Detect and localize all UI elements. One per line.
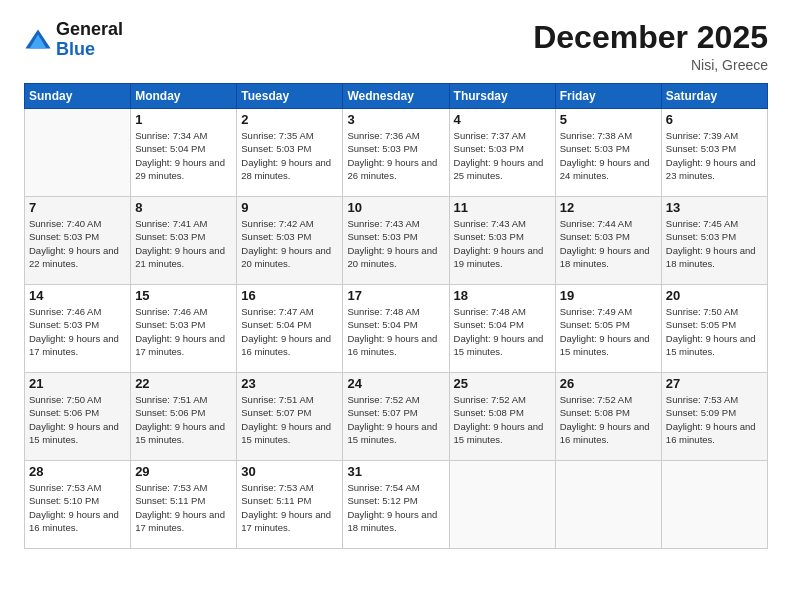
day-number: 18 xyxy=(454,288,551,303)
calendar-cell: 29 Sunrise: 7:53 AMSunset: 5:11 PMDaylig… xyxy=(131,461,237,549)
weekday-header: Monday xyxy=(131,84,237,109)
month-title: December 2025 xyxy=(533,20,768,55)
day-number: 20 xyxy=(666,288,763,303)
day-info: Sunrise: 7:54 AMSunset: 5:12 PMDaylight:… xyxy=(347,482,437,533)
day-info: Sunrise: 7:40 AMSunset: 5:03 PMDaylight:… xyxy=(29,218,119,269)
day-info: Sunrise: 7:52 AMSunset: 5:08 PMDaylight:… xyxy=(560,394,650,445)
day-number: 28 xyxy=(29,464,126,479)
calendar-cell: 6 Sunrise: 7:39 AMSunset: 5:03 PMDayligh… xyxy=(661,109,767,197)
calendar-cell: 18 Sunrise: 7:48 AMSunset: 5:04 PMDaylig… xyxy=(449,285,555,373)
day-info: Sunrise: 7:42 AMSunset: 5:03 PMDaylight:… xyxy=(241,218,331,269)
weekday-header: Tuesday xyxy=(237,84,343,109)
weekday-header: Saturday xyxy=(661,84,767,109)
day-number: 7 xyxy=(29,200,126,215)
calendar-cell: 13 Sunrise: 7:45 AMSunset: 5:03 PMDaylig… xyxy=(661,197,767,285)
day-info: Sunrise: 7:44 AMSunset: 5:03 PMDaylight:… xyxy=(560,218,650,269)
day-number: 17 xyxy=(347,288,444,303)
calendar-week-row: 1 Sunrise: 7:34 AMSunset: 5:04 PMDayligh… xyxy=(25,109,768,197)
day-info: Sunrise: 7:53 AMSunset: 5:10 PMDaylight:… xyxy=(29,482,119,533)
weekday-header: Wednesday xyxy=(343,84,449,109)
day-info: Sunrise: 7:47 AMSunset: 5:04 PMDaylight:… xyxy=(241,306,331,357)
day-info: Sunrise: 7:51 AMSunset: 5:06 PMDaylight:… xyxy=(135,394,225,445)
day-info: Sunrise: 7:36 AMSunset: 5:03 PMDaylight:… xyxy=(347,130,437,181)
day-info: Sunrise: 7:35 AMSunset: 5:03 PMDaylight:… xyxy=(241,130,331,181)
day-number: 27 xyxy=(666,376,763,391)
calendar-cell: 4 Sunrise: 7:37 AMSunset: 5:03 PMDayligh… xyxy=(449,109,555,197)
day-info: Sunrise: 7:52 AMSunset: 5:08 PMDaylight:… xyxy=(454,394,544,445)
calendar-week-row: 14 Sunrise: 7:46 AMSunset: 5:03 PMDaylig… xyxy=(25,285,768,373)
logo-text: General Blue xyxy=(56,20,123,60)
day-number: 13 xyxy=(666,200,763,215)
day-info: Sunrise: 7:37 AMSunset: 5:03 PMDaylight:… xyxy=(454,130,544,181)
day-info: Sunrise: 7:34 AMSunset: 5:04 PMDaylight:… xyxy=(135,130,225,181)
header: General Blue December 2025 Nisi, Greece xyxy=(24,20,768,73)
day-info: Sunrise: 7:43 AMSunset: 5:03 PMDaylight:… xyxy=(347,218,437,269)
day-number: 10 xyxy=(347,200,444,215)
calendar-week-row: 21 Sunrise: 7:50 AMSunset: 5:06 PMDaylig… xyxy=(25,373,768,461)
day-info: Sunrise: 7:48 AMSunset: 5:04 PMDaylight:… xyxy=(454,306,544,357)
day-info: Sunrise: 7:46 AMSunset: 5:03 PMDaylight:… xyxy=(135,306,225,357)
calendar-cell: 31 Sunrise: 7:54 AMSunset: 5:12 PMDaylig… xyxy=(343,461,449,549)
calendar-cell xyxy=(449,461,555,549)
calendar-cell: 17 Sunrise: 7:48 AMSunset: 5:04 PMDaylig… xyxy=(343,285,449,373)
calendar-cell: 26 Sunrise: 7:52 AMSunset: 5:08 PMDaylig… xyxy=(555,373,661,461)
day-info: Sunrise: 7:39 AMSunset: 5:03 PMDaylight:… xyxy=(666,130,756,181)
calendar-cell: 1 Sunrise: 7:34 AMSunset: 5:04 PMDayligh… xyxy=(131,109,237,197)
calendar: SundayMondayTuesdayWednesdayThursdayFrid… xyxy=(24,83,768,549)
day-info: Sunrise: 7:50 AMSunset: 5:05 PMDaylight:… xyxy=(666,306,756,357)
day-number: 21 xyxy=(29,376,126,391)
calendar-cell: 27 Sunrise: 7:53 AMSunset: 5:09 PMDaylig… xyxy=(661,373,767,461)
day-number: 31 xyxy=(347,464,444,479)
day-number: 19 xyxy=(560,288,657,303)
calendar-week-row: 7 Sunrise: 7:40 AMSunset: 5:03 PMDayligh… xyxy=(25,197,768,285)
calendar-cell: 5 Sunrise: 7:38 AMSunset: 5:03 PMDayligh… xyxy=(555,109,661,197)
calendar-cell: 12 Sunrise: 7:44 AMSunset: 5:03 PMDaylig… xyxy=(555,197,661,285)
day-info: Sunrise: 7:41 AMSunset: 5:03 PMDaylight:… xyxy=(135,218,225,269)
day-number: 22 xyxy=(135,376,232,391)
calendar-cell: 14 Sunrise: 7:46 AMSunset: 5:03 PMDaylig… xyxy=(25,285,131,373)
day-number: 24 xyxy=(347,376,444,391)
day-number: 23 xyxy=(241,376,338,391)
calendar-cell: 23 Sunrise: 7:51 AMSunset: 5:07 PMDaylig… xyxy=(237,373,343,461)
calendar-cell: 3 Sunrise: 7:36 AMSunset: 5:03 PMDayligh… xyxy=(343,109,449,197)
day-number: 5 xyxy=(560,112,657,127)
day-info: Sunrise: 7:43 AMSunset: 5:03 PMDaylight:… xyxy=(454,218,544,269)
calendar-cell: 30 Sunrise: 7:53 AMSunset: 5:11 PMDaylig… xyxy=(237,461,343,549)
day-number: 3 xyxy=(347,112,444,127)
calendar-cell: 16 Sunrise: 7:47 AMSunset: 5:04 PMDaylig… xyxy=(237,285,343,373)
calendar-cell: 24 Sunrise: 7:52 AMSunset: 5:07 PMDaylig… xyxy=(343,373,449,461)
day-info: Sunrise: 7:48 AMSunset: 5:04 PMDaylight:… xyxy=(347,306,437,357)
page: General Blue December 2025 Nisi, Greece … xyxy=(0,0,792,612)
day-number: 14 xyxy=(29,288,126,303)
day-number: 4 xyxy=(454,112,551,127)
calendar-cell: 9 Sunrise: 7:42 AMSunset: 5:03 PMDayligh… xyxy=(237,197,343,285)
calendar-cell: 2 Sunrise: 7:35 AMSunset: 5:03 PMDayligh… xyxy=(237,109,343,197)
weekday-header-row: SundayMondayTuesdayWednesdayThursdayFrid… xyxy=(25,84,768,109)
day-number: 29 xyxy=(135,464,232,479)
day-number: 8 xyxy=(135,200,232,215)
day-number: 15 xyxy=(135,288,232,303)
logo: General Blue xyxy=(24,20,123,60)
day-number: 2 xyxy=(241,112,338,127)
day-number: 11 xyxy=(454,200,551,215)
day-info: Sunrise: 7:38 AMSunset: 5:03 PMDaylight:… xyxy=(560,130,650,181)
day-info: Sunrise: 7:51 AMSunset: 5:07 PMDaylight:… xyxy=(241,394,331,445)
calendar-week-row: 28 Sunrise: 7:53 AMSunset: 5:10 PMDaylig… xyxy=(25,461,768,549)
calendar-cell: 20 Sunrise: 7:50 AMSunset: 5:05 PMDaylig… xyxy=(661,285,767,373)
calendar-cell xyxy=(661,461,767,549)
calendar-cell: 21 Sunrise: 7:50 AMSunset: 5:06 PMDaylig… xyxy=(25,373,131,461)
day-info: Sunrise: 7:46 AMSunset: 5:03 PMDaylight:… xyxy=(29,306,119,357)
day-number: 25 xyxy=(454,376,551,391)
day-info: Sunrise: 7:45 AMSunset: 5:03 PMDaylight:… xyxy=(666,218,756,269)
day-number: 16 xyxy=(241,288,338,303)
calendar-cell: 25 Sunrise: 7:52 AMSunset: 5:08 PMDaylig… xyxy=(449,373,555,461)
day-info: Sunrise: 7:49 AMSunset: 5:05 PMDaylight:… xyxy=(560,306,650,357)
day-number: 30 xyxy=(241,464,338,479)
calendar-cell xyxy=(555,461,661,549)
day-number: 12 xyxy=(560,200,657,215)
day-info: Sunrise: 7:53 AMSunset: 5:09 PMDaylight:… xyxy=(666,394,756,445)
calendar-cell: 10 Sunrise: 7:43 AMSunset: 5:03 PMDaylig… xyxy=(343,197,449,285)
day-number: 9 xyxy=(241,200,338,215)
calendar-cell: 7 Sunrise: 7:40 AMSunset: 5:03 PMDayligh… xyxy=(25,197,131,285)
calendar-cell: 11 Sunrise: 7:43 AMSunset: 5:03 PMDaylig… xyxy=(449,197,555,285)
